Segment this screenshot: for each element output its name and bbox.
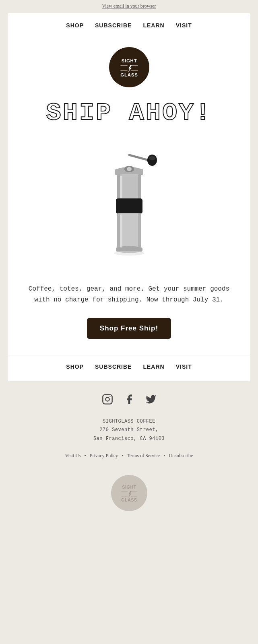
- svg-rect-16: [138, 174, 141, 198]
- svg-rect-15: [117, 174, 120, 198]
- terms-of-service-link[interactable]: Terms of Service: [127, 453, 160, 458]
- svg-point-25: [114, 251, 144, 256]
- svg-text:SIGHT: SIGHT: [122, 485, 136, 490]
- separator-3: •: [163, 453, 166, 458]
- svg-rect-17: [116, 198, 142, 214]
- preheader: View email in your browser: [0, 0, 258, 13]
- view-in-browser-link[interactable]: View email in your browser: [102, 3, 156, 9]
- footer: SIGHTGLASS COFFEE 270 Seventh Street, Sa…: [0, 381, 258, 528]
- nav-visit-top[interactable]: VISIT: [176, 22, 192, 29]
- top-navigation: SHOP SUBSCRIBE LEARN VISIT: [8, 13, 250, 36]
- nav-learn-bottom[interactable]: LEARN: [143, 363, 164, 370]
- svg-text:GLASS: GLASS: [121, 497, 137, 502]
- address-line1: 270 Seventh Street,: [8, 426, 250, 435]
- address-line2: San Francisco, CA 94103: [8, 435, 250, 444]
- privacy-policy-link[interactable]: Privacy Policy: [90, 453, 118, 458]
- footer-links: Visit Us • Privacy Policy • Terms of Ser…: [8, 453, 250, 459]
- headline-text: SHIP AHOY!: [46, 99, 212, 127]
- unsubscribe-link[interactable]: Unsubscribe: [169, 453, 193, 458]
- separator-1: •: [85, 453, 87, 458]
- body-text: Coffee, totes, gear, and more. Get your …: [8, 280, 250, 318]
- svg-rect-20: [138, 213, 141, 250]
- nav-subscribe-bottom[interactable]: SUBSCRIBE: [95, 363, 132, 370]
- email-container: SHOP SUBSCRIBE LEARN VISIT SIGHT GLASS: [8, 13, 250, 381]
- twitter-icon[interactable]: [144, 392, 158, 406]
- footer-logo-circle: SIGHT GLASS: [111, 475, 147, 511]
- nav-shop-bottom[interactable]: SHOP: [66, 363, 84, 370]
- svg-rect-23: [120, 176, 122, 198]
- nav-subscribe-top[interactable]: SUBSCRIBE: [95, 22, 132, 29]
- logo-circle: SIGHT GLASS: [109, 47, 149, 87]
- shop-free-ship-button[interactable]: Shop Free Ship!: [87, 318, 171, 339]
- svg-point-28: [109, 396, 110, 397]
- svg-point-27: [105, 397, 109, 401]
- svg-text:SIGHT: SIGHT: [121, 58, 137, 63]
- product-image-area: [8, 131, 250, 280]
- svg-marker-30: [128, 491, 132, 498]
- svg-point-9: [149, 156, 155, 160]
- svg-rect-26: [103, 394, 112, 404]
- footer-logo-svg: SIGHT GLASS: [116, 480, 142, 506]
- visit-us-link[interactable]: Visit Us: [65, 453, 81, 458]
- svg-rect-19: [117, 213, 120, 250]
- nav-shop-top[interactable]: SHOP: [66, 22, 84, 29]
- facebook-icon[interactable]: [122, 392, 136, 406]
- bottom-navigation: SHOP SUBSCRIBE LEARN VISIT: [8, 355, 250, 381]
- company-name: SIGHTGLASS COFFEE: [8, 417, 250, 426]
- separator-2: •: [122, 453, 124, 458]
- cta-area: Shop Free Ship!: [8, 318, 250, 355]
- footer-logo-area: SIGHT GLASS: [8, 471, 250, 519]
- logo-svg: SIGHT GLASS: [115, 53, 144, 82]
- logo-area: SIGHT GLASS: [8, 36, 250, 95]
- social-icons: [8, 392, 250, 406]
- coffee-grinder-svg: [87, 143, 171, 264]
- hero-headline: SHIP AHOY!: [8, 95, 250, 131]
- svg-rect-24: [120, 215, 122, 248]
- svg-text:GLASS: GLASS: [120, 72, 138, 77]
- nav-learn-top[interactable]: LEARN: [143, 22, 164, 29]
- nav-visit-bottom[interactable]: VISIT: [176, 363, 192, 370]
- footer-address: SIGHTGLASS COFFEE 270 Seventh Street, Sa…: [8, 417, 250, 444]
- svg-marker-1: [128, 65, 132, 72]
- svg-point-13: [127, 167, 132, 171]
- instagram-icon[interactable]: [101, 392, 114, 406]
